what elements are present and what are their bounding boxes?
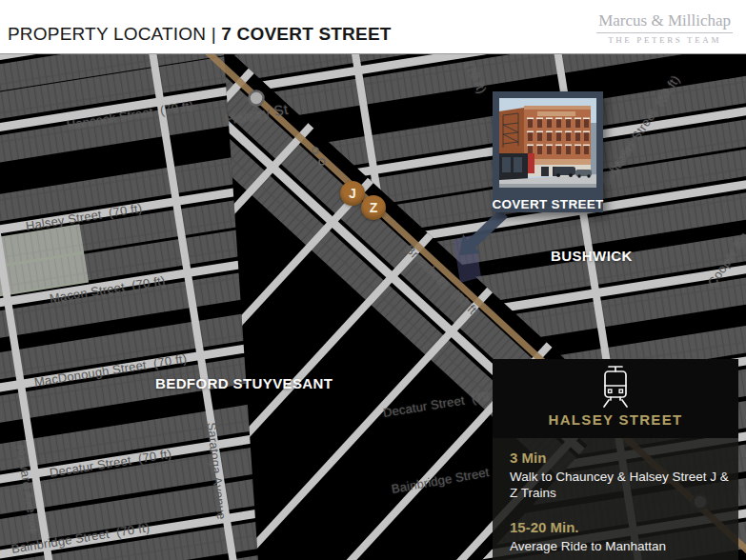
transit-description: Walk to Chauncey & Halsey Street J & Z T… (510, 469, 733, 501)
station-name: HALSEY STREET (549, 411, 683, 428)
subway-station-marker (250, 91, 264, 106)
page-title-property: 7 COVERT STREET (221, 24, 391, 44)
brand-logo: Marcus & Millichap THE PETERS TEAM (596, 12, 733, 45)
station-info-panel: HALSEY STREET 3 MinWalk to Chauncey & Ha… (493, 359, 738, 560)
station-info-header: HALSEY STREET (493, 359, 738, 438)
transit-description: Average Ride to Manhattan (510, 538, 733, 554)
photo-caption: COVERT STREET (499, 191, 596, 216)
neighborhood-label: BUSHWICK (551, 248, 633, 264)
station-info-body: 3 MinWalk to Chauncey & Halsey Street J … (493, 438, 738, 560)
transit-time-item: 15-20 Min.Average Ride to Manhattan (510, 519, 733, 554)
property-photo-callout: COVERT STREET (493, 91, 603, 212)
transit-time: 3 Min (510, 450, 733, 466)
page-title: PROPERTY LOCATION | 7 COVERT STREET (8, 24, 392, 45)
slide-header: PROPERTY LOCATION | 7 COVERT STREET Marc… (0, 0, 746, 54)
brand-name: Marcus & Millichap (596, 12, 733, 33)
brand-team: THE PETERS TEAM (596, 35, 733, 45)
neighborhood-label: BEDFORD STUYVESANT (155, 375, 333, 391)
transit-time: 15-20 Min. (510, 519, 733, 535)
property-photo (499, 98, 596, 188)
tram-icon (595, 364, 636, 410)
transit-time-item: 3 MinWalk to Chauncey & Halsey Street J … (510, 450, 733, 501)
page-title-prefix: PROPERTY LOCATION | (8, 24, 221, 44)
subway-line-badge-z: Z (361, 195, 386, 220)
